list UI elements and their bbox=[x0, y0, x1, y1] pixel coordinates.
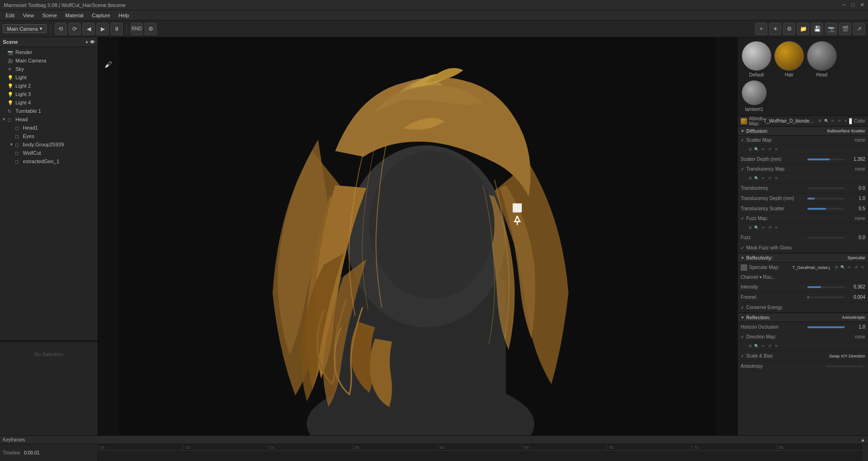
toolbar-top-right-6[interactable]: 📷 bbox=[825, 23, 837, 35]
trans-reload-btn[interactable]: ↺ bbox=[767, 176, 772, 181]
tree-lock-btn-head[interactable]: 🔒 bbox=[89, 116, 96, 123]
minimize-btn[interactable]: ─ bbox=[842, 2, 846, 8]
reflectivity-section-header[interactable]: ▼ Reflectivity: Specular bbox=[738, 253, 868, 262]
scale-bias-check[interactable]: ✓ bbox=[741, 354, 746, 358]
tree-item-wolfcut[interactable]: ◻ WolfCut 👁 🔒 bbox=[0, 149, 97, 157]
fuzz-clear-btn[interactable]: ✕ bbox=[773, 225, 779, 231]
toolbar-top-right-5[interactable]: 💾 bbox=[811, 23, 823, 35]
tree-lock-btn-eyes[interactable]: 🔒 bbox=[89, 133, 96, 139]
toolbar-btn-render[interactable]: RND bbox=[131, 23, 143, 35]
tree-vis-btn-head[interactable]: 👁 bbox=[82, 116, 88, 123]
toolbar-top-right-4[interactable]: 📁 bbox=[797, 23, 809, 35]
tree-vis-btn-eyes[interactable]: 👁 bbox=[82, 133, 88, 139]
toolbar-top-right-7[interactable]: 🎬 bbox=[839, 23, 851, 35]
close-btn[interactable]: ✕ bbox=[860, 2, 864, 8]
tree-item-light2[interactable]: 💡 Light 2 👁 🔒 bbox=[0, 82, 97, 90]
scatter-reload-btn[interactable]: ↺ bbox=[767, 147, 772, 152]
toolbar-btn-2[interactable]: ⟳ bbox=[69, 23, 81, 35]
menu-help[interactable]: Help bbox=[115, 12, 133, 19]
tree-lock-btn-sky[interactable]: 🔒 bbox=[89, 66, 96, 72]
intensity-slider[interactable] bbox=[807, 286, 845, 288]
menu-view[interactable]: View bbox=[19, 12, 38, 19]
timeline-collapse-btn[interactable]: ▲ bbox=[861, 437, 865, 442]
tree-lock-btn-body[interactable]: 🔒 bbox=[89, 141, 96, 148]
albedo-search-btn[interactable]: 🔍 bbox=[824, 118, 829, 124]
dir-search-btn[interactable]: 🔍 bbox=[754, 344, 759, 349]
albedo-settings-btn[interactable]: ⚙ bbox=[817, 118, 823, 124]
tree-vis-btn-camera[interactable]: 👁 bbox=[82, 57, 88, 64]
diffusion-section-header[interactable]: ▼ Diffusion: Subsurface Scatter bbox=[738, 126, 868, 136]
tree-item-render[interactable]: 📷 Render 👁 🔒 bbox=[0, 48, 97, 56]
dir-edit-btn[interactable]: ✏ bbox=[760, 344, 766, 349]
albedo-clear-btn[interactable]: ✕ bbox=[843, 118, 849, 124]
spec-settings-btn[interactable]: ⚙ bbox=[833, 265, 839, 270]
dir-settings-btn[interactable]: ⚙ bbox=[747, 344, 753, 349]
color-swatch[interactable] bbox=[849, 118, 852, 124]
tree-item-turntable[interactable]: ↻ Turntable 1 👁 🔒 bbox=[0, 107, 97, 115]
specular-preview-swatch[interactable] bbox=[741, 264, 747, 271]
camera-dropdown[interactable]: Main Camera ▾ bbox=[3, 24, 47, 33]
scatter-check[interactable]: ✓ bbox=[741, 138, 746, 143]
channel-label[interactable]: Channel ▾ Rou... bbox=[741, 275, 865, 280]
mat-ball-hair[interactable]: Hair bbox=[774, 41, 804, 77]
spec-edit-btn[interactable]: ✏ bbox=[847, 265, 852, 270]
fuzz-search-btn[interactable]: 🔍 bbox=[754, 225, 759, 231]
tree-lock-btn-wolfcut[interactable]: 🔒 bbox=[89, 150, 96, 156]
scatter-edit-btn[interactable]: ✏ bbox=[760, 147, 766, 152]
mask-fuzz-check[interactable]: ✓ bbox=[741, 246, 746, 250]
tree-vis-btn-render[interactable]: 👁 bbox=[82, 49, 88, 55]
tree-vis-btn-sky[interactable]: 👁 bbox=[82, 66, 88, 72]
tree-lock-btn-render[interactable]: 🔒 bbox=[89, 49, 96, 55]
toolbar-top-right-2[interactable]: ☀ bbox=[769, 23, 781, 35]
fuzz-check[interactable]: ✓ bbox=[741, 216, 746, 221]
toolbar-btn-6[interactable]: ⚙ bbox=[145, 23, 157, 35]
tree-lock-btn-light4[interactable]: 🔒 bbox=[89, 99, 96, 106]
tree-item-body-group[interactable]: ▼ ◻ body:Group25939 👁 🔒 bbox=[0, 140, 97, 149]
fuzz-settings-btn[interactable]: ⚙ bbox=[747, 225, 753, 231]
translucency-slider[interactable] bbox=[807, 187, 845, 189]
trans-search-btn[interactable]: 🔍 bbox=[754, 176, 759, 181]
trans-clear-btn[interactable]: ✕ bbox=[773, 176, 779, 181]
tree-lock-btn-light2[interactable]: 🔒 bbox=[89, 83, 96, 89]
translucency-check[interactable]: ✓ bbox=[741, 167, 746, 172]
tree-vis-btn-light[interactable]: 👁 bbox=[82, 74, 88, 81]
tree-item-extracted-geo[interactable]: ◻ extractedGeo_1 👁 🔒 bbox=[0, 157, 97, 165]
tree-vis-btn-head1[interactable]: 👁 bbox=[82, 124, 88, 131]
scene-eye-icon[interactable]: 👁 bbox=[90, 40, 95, 45]
tree-vis-btn-body[interactable]: 👁 bbox=[82, 141, 88, 148]
tree-lock-btn-light3[interactable]: 🔒 bbox=[89, 91, 96, 97]
trans-edit-btn[interactable]: ✏ bbox=[760, 176, 766, 181]
albedo-reload-btn[interactable]: ↺ bbox=[837, 118, 842, 124]
spec-clear-btn[interactable]: ✕ bbox=[860, 265, 865, 270]
tree-item-light3[interactable]: 💡 Light 3 👁 🔒 bbox=[0, 90, 97, 98]
tree-vis-btn-light4[interactable]: 👁 bbox=[82, 99, 88, 106]
menu-material[interactable]: Material bbox=[62, 12, 87, 19]
tree-item-eyes[interactable]: ◻ Eyes 👁 🔒 bbox=[0, 132, 97, 140]
dir-clear-btn[interactable]: ✕ bbox=[773, 344, 779, 349]
tree-item-sky[interactable]: ☀ Sky 👁 🔒 bbox=[0, 65, 97, 73]
maximize-btn[interactable]: □ bbox=[851, 2, 854, 8]
menu-scene[interactable]: Scene bbox=[39, 12, 61, 19]
trans-settings-btn[interactable]: ⚙ bbox=[747, 176, 753, 181]
tree-vis-btn-wolfcut[interactable]: 👁 bbox=[82, 150, 88, 156]
tree-item-light[interactable]: 💡 Light 👁 🔒 bbox=[0, 73, 97, 82]
translucency-scatter-slider[interactable] bbox=[807, 208, 845, 210]
menu-capture[interactable]: Capture bbox=[88, 12, 114, 19]
tree-item-light4[interactable]: 💡 Light 4 👁 🔒 bbox=[0, 98, 97, 107]
scatter-search-btn[interactable]: 🔍 bbox=[754, 147, 759, 152]
tree-item-head1[interactable]: ◻ Head1 👁 🔒 bbox=[0, 124, 97, 132]
fuzz-edit-btn[interactable]: ✏ bbox=[760, 225, 766, 231]
conserve-energy-check[interactable]: ✓ bbox=[741, 305, 746, 310]
mat-ball-head[interactable]: Head bbox=[807, 41, 837, 77]
toolbar-btn-1[interactable]: ⟲ bbox=[55, 23, 67, 35]
spec-search-btn[interactable]: 🔍 bbox=[840, 265, 846, 270]
mat-ball-default[interactable]: Default bbox=[742, 41, 771, 77]
tree-vis-btn-light2[interactable]: 👁 bbox=[82, 83, 88, 89]
timeline-ruler[interactable]: 0s 1s 2s 3s 4s 5s 6s 7s 8s bbox=[98, 444, 861, 461]
toolbar-btn-5[interactable]: ⏸ bbox=[111, 23, 123, 35]
tree-lock-btn-head1[interactable]: 🔒 bbox=[89, 124, 96, 131]
fuzz-reload-btn[interactable]: ↺ bbox=[767, 225, 772, 231]
horizon-occlusion-slider[interactable] bbox=[807, 326, 845, 328]
toolbar-top-right-1[interactable]: + bbox=[755, 23, 767, 35]
toolbar-top-right-3[interactable]: ⚙ bbox=[783, 23, 795, 35]
